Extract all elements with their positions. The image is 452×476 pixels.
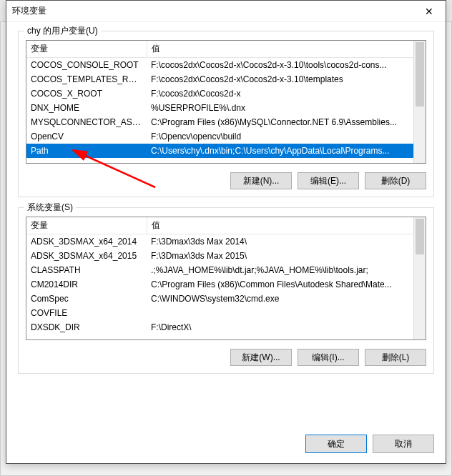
var-name-cell: ADSK_3DSMAX_x64_2015 — [26, 249, 147, 263]
var-name-cell: ComSpec — [26, 292, 147, 306]
system-vars-list[interactable]: 变量 值 ADSK_3DSMAX_x64_2014F:\3Dmax\3ds Ma… — [26, 217, 426, 340]
system-edit-button[interactable]: 编辑(I)... — [298, 349, 359, 366]
close-icon: ✕ — [425, 6, 433, 17]
system-delete-button[interactable]: 删除(L) — [365, 349, 426, 366]
col-header-variable[interactable]: 变量 — [26, 217, 147, 234]
col-header-value[interactable]: 值 — [147, 41, 426, 58]
var-name-cell: CLASSPATH — [26, 263, 147, 277]
system-vars-label: 系统变量(S) — [24, 202, 76, 214]
var-value-cell: C:\Users\chy\.dnx\bin;C:\Users\chy\AppDa… — [147, 144, 426, 158]
table-row[interactable]: CLASSPATH.;%JAVA_HOME%\lib\dt.jar;%JAVA_… — [26, 263, 426, 277]
cancel-button[interactable]: 取消 — [373, 435, 434, 453]
scroll-thumb[interactable] — [416, 219, 424, 254]
user-edit-button[interactable]: 编辑(E)... — [298, 172, 359, 189]
var-value-cell: C:\WINDOWS\system32\cmd.exe — [147, 292, 426, 306]
var-value-cell: F:\3Dmax\3ds Max 2015\ — [147, 249, 426, 263]
var-value-cell: F:\DirectX\ — [147, 320, 426, 334]
var-name-cell: CM2014DIR — [26, 277, 147, 292]
var-name-cell: MYSQLCONNECTOR_ASS... — [26, 115, 147, 129]
user-delete-button[interactable]: 删除(D) — [365, 172, 426, 189]
var-value-cell: F:\3Dmax\3ds Max 2014\ — [147, 234, 426, 249]
table-row[interactable]: OpenCVF:\Opencv\opencv\build — [26, 129, 426, 144]
var-value-cell: F:\cocos2dx\Cocos2d-x — [147, 86, 426, 101]
user-new-button[interactable]: 新建(N)... — [230, 172, 292, 189]
user-scrollbar[interactable] — [413, 41, 426, 163]
table-row[interactable]: ADSK_3DSMAX_x64_2014F:\3Dmax\3ds Max 201… — [26, 234, 426, 249]
var-name-cell: DNX_HOME — [26, 101, 147, 115]
var-name-cell: COVFILE — [26, 306, 147, 320]
var-value-cell: C:\Program Files (x86)\MySQL\Connector.N… — [147, 115, 426, 129]
table-row[interactable]: PathC:\Users\chy\.dnx\bin;C:\Users\chy\A… — [26, 144, 426, 158]
var-name-cell: COCOS_X_ROOT — [26, 86, 147, 101]
var-name-cell: DXSDK_DIR — [26, 320, 147, 334]
system-new-button[interactable]: 新建(W)... — [230, 349, 292, 366]
var-name-cell: ADSK_3DSMAX_x64_2014 — [26, 234, 147, 249]
titlebar: 环境变量 ✕ — [6, 1, 446, 22]
var-value-cell: %USERPROFILE%\.dnx — [147, 101, 426, 115]
user-vars-list[interactable]: 变量 值 COCOS_CONSOLE_ROOTF:\cocos2dx\Cocos… — [26, 40, 426, 164]
table-row[interactable]: COCOS_X_ROOTF:\cocos2dx\Cocos2d-x — [26, 86, 426, 101]
env-vars-dialog: 环境变量 ✕ chy 的用户变量(U) 变量 值 — [6, 0, 446, 464]
var-value-cell — [147, 306, 426, 320]
ok-button[interactable]: 确定 — [305, 435, 367, 453]
table-row[interactable]: COCOS_TEMPLATES_ROOTF:\cocos2dx\Cocos2d-… — [26, 72, 426, 86]
var-value-cell: .;%JAVA_HOME%\lib\dt.jar;%JAVA_HOME%\lib… — [147, 263, 426, 277]
user-vars-group: chy 的用户变量(U) 变量 值 COCOS_CONSOLE_ROOTF:\c… — [18, 31, 434, 197]
system-scrollbar[interactable] — [413, 217, 426, 339]
table-row[interactable]: ADSK_3DSMAX_x64_2015F:\3Dmax\3ds Max 201… — [26, 249, 426, 263]
var-value-cell: F:\cocos2dx\Cocos2d-x\Cocos2d-x-3.10\tem… — [147, 72, 426, 86]
var-name-cell: OpenCV — [26, 129, 147, 144]
table-row[interactable]: DXSDK_DIRF:\DirectX\ — [26, 320, 426, 334]
table-row[interactable]: MYSQLCONNECTOR_ASS...C:\Program Files (x… — [26, 115, 426, 129]
system-vars-group: 系统变量(S) 变量 值 ADSK_3DSMAX_x64_2014F:\3Dma… — [18, 207, 434, 374]
table-row[interactable]: COCOS_CONSOLE_ROOTF:\cocos2dx\Cocos2d-x\… — [26, 58, 426, 72]
var-name-cell: Path — [26, 144, 147, 158]
table-row[interactable]: ComSpecC:\WINDOWS\system32\cmd.exe — [26, 292, 426, 306]
var-value-cell: F:\cocos2dx\Cocos2d-x\Cocos2d-x-3.10\too… — [147, 58, 426, 72]
dialog-title: 环境变量 — [12, 5, 413, 17]
col-header-variable[interactable]: 变量 — [26, 41, 147, 58]
var-name-cell: COCOS_TEMPLATES_ROOT — [26, 72, 147, 86]
var-value-cell: F:\Opencv\opencv\build — [147, 129, 426, 144]
var-name-cell: COCOS_CONSOLE_ROOT — [26, 58, 147, 72]
table-row[interactable]: CM2014DIRC:\Program Files (x86)\Common F… — [26, 277, 426, 292]
user-vars-label: chy 的用户变量(U) — [24, 25, 101, 37]
table-row[interactable]: COVFILE — [26, 306, 426, 320]
close-button[interactable]: ✕ — [413, 1, 446, 22]
table-row[interactable]: DNX_HOME%USERPROFILE%\.dnx — [26, 101, 426, 115]
var-value-cell: C:\Program Files (x86)\Common Files\Auto… — [147, 277, 426, 292]
col-header-value[interactable]: 值 — [147, 217, 426, 234]
scroll-thumb[interactable] — [416, 42, 424, 106]
